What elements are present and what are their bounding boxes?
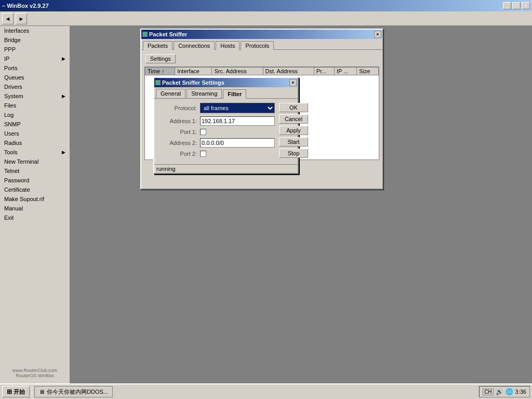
sidebar-item-system[interactable]: System ▶ [0,91,70,101]
taskbar-item-winbox[interactable]: 🖥 你今天你被内网DDOS... [34,386,113,397]
settings-dialog-title: Packet Sniffer Settings [162,79,224,86]
minimize-button[interactable]: _ [503,2,511,9]
sidebar-item-radius[interactable]: Radius [0,138,70,148]
protocol-row: Protocol: all frames [158,103,275,113]
sidebar-item-new-terminal[interactable]: New Terminal [0,157,70,166]
col-time[interactable]: Time ↑ [145,68,175,75]
port1-row: Port 1: [158,129,275,135]
tray-time: 3:36 [515,389,526,395]
dialog-tab-streaming[interactable]: Streaming [187,89,222,98]
dialog-status-bar: running [154,164,298,173]
taskbar-tray: CH 🔊 🌐 3:36 [479,386,530,397]
tray-icon-1: 🔊 [496,388,503,395]
sidebar-item-certificate[interactable]: Certificate [0,185,70,194]
cancel-button[interactable]: Cancel [279,114,308,124]
col-src-address[interactable]: Src. Address [212,68,263,75]
sidebar-item-bridge[interactable]: Bridge [0,35,70,45]
settings-dialog-tab-bar: General Streaming Filter [154,87,298,98]
taskbar: ⊞ 开始 🖥 你今天你被内网DDOS... CH 🔊 🌐 3:36 [0,383,532,399]
main-area: Interfaces Bridge PPP IP ▶ Ports Queues … [0,26,532,383]
back-button[interactable]: ◄ [2,13,14,24]
settings-button[interactable]: Settings [145,54,176,63]
sidebar-item-password[interactable]: Password [0,176,70,185]
sidebar-item-ppp[interactable]: PPP [0,45,70,54]
dialog-buttons: OK Cancel Apply Start Stop [279,103,308,160]
address2-row: Address 2: [158,138,275,148]
sidebar-item-snmp[interactable]: SNMP [0,119,70,129]
tab-packets[interactable]: Packets [143,41,172,50]
stop-button[interactable]: Stop [279,149,308,158]
sidebar-item-queues[interactable]: Queues [0,73,70,82]
sidebar-item-interfaces[interactable]: Interfaces [0,26,70,35]
title-bar-buttons: _ □ × [503,2,530,9]
apply-button[interactable]: Apply [279,126,308,135]
window-icon [142,32,148,37]
tools-arrow-icon: ▶ [62,150,65,155]
tab-protocols[interactable]: Protocols [241,41,274,50]
taskbar-divider [32,386,32,397]
sidebar-item-log[interactable]: Log [0,110,70,119]
sidebar-item-ip[interactable]: IP ▶ [0,54,70,63]
maximize-button[interactable]: □ [512,2,521,9]
packet-sniffer-titlebar: Packet Sniffer × [141,30,382,39]
sidebar-item-ports[interactable]: Ports [0,63,70,73]
col-interface[interactable]: Interface [175,68,212,75]
forward-button[interactable]: ► [16,13,27,24]
taskbar-item-label: 你今天你被内网DDOS... [47,388,108,396]
settings-form: Protocol: all frames Address 1: Port 1: [158,103,275,160]
port2-checkbox[interactable] [200,151,206,157]
settings-dialog: Packet Sniffer Settings × General Stream… [153,77,299,174]
col-pr[interactable]: Pr... [314,68,334,75]
dialog-tab-general[interactable]: General [156,89,185,98]
port2-row: Port 2: [158,151,275,157]
col-size[interactable]: Size [357,68,379,75]
sidebar-item-exit[interactable]: Exit [0,213,70,222]
packet-sniffer-tab-bar: Packets Connections Hosts Protocols [141,39,382,49]
port1-label: Port 1: [158,129,200,135]
tray-icon-2: 🌐 [506,388,513,395]
port2-label: Port 2: [158,151,200,157]
address1-row: Address 1: [158,116,275,126]
system-arrow-icon: ▶ [62,94,65,99]
tab-connections[interactable]: Connections [174,41,215,50]
port1-checkbox[interactable] [200,129,206,135]
sidebar-item-manual[interactable]: Manual [0,204,70,213]
settings-dialog-close-button[interactable]: × [289,79,297,86]
toolbar: ◄ ► [0,11,532,26]
sidebar: Interfaces Bridge PPP IP ▶ Ports Queues … [0,26,70,383]
start-icon: ⊞ [7,388,12,395]
address2-label: Address 2: [158,140,200,146]
title-bar: – WinBox v2.9.27 _ □ × [0,0,532,11]
col-dst-address[interactable]: Dst. Address [263,68,314,75]
address1-label: Address 1: [158,118,200,124]
sidebar-item-drivers[interactable]: Drivers [0,82,70,91]
sidebar-item-telnet[interactable]: Telnet [0,166,70,176]
sidebar-item-files[interactable]: Files [0,101,70,110]
sidebar-item-tools[interactable]: Tools ▶ [0,148,70,157]
packet-sniffer-close-button[interactable]: × [374,31,381,38]
sidebar-item-make-supout[interactable]: Make Supout.rif [0,194,70,204]
packet-sniffer-title: Packet Sniffer [149,31,187,37]
dialog-tab-filter[interactable]: Filter [223,89,246,99]
start-label: 开始 [14,388,25,396]
titlebar-left: Packet Sniffer [142,31,187,37]
sidebar-item-users[interactable]: Users [0,129,70,138]
start-button[interactable]: ⊞ 开始 [2,386,30,397]
tab-hosts[interactable]: Hosts [216,41,240,50]
tray-ch-label: CH [483,389,493,395]
address2-input[interactable] [200,138,275,148]
ip-arrow-icon: ▶ [62,56,65,61]
protocol-select[interactable]: all frames [200,103,275,113]
sidebar-watermark: www.RouterClub.com RouterOS WinBox [0,368,70,378]
close-button[interactable]: × [522,2,530,9]
start-button[interactable]: Start [279,137,308,147]
content-area: Packet Sniffer × Packets Connections Hos… [70,26,532,383]
dialog-status-text: running [156,166,176,172]
app-title: – WinBox v2.9.27 [2,3,49,9]
dialog-icon [155,80,161,85]
ok-button[interactable]: OK [279,103,308,112]
protocol-label: Protocol: [158,105,200,111]
address1-input[interactable] [200,116,275,126]
col-ip[interactable]: IP ... [334,68,356,75]
settings-dialog-content: Protocol: all frames Address 1: Port 1: [154,98,298,164]
